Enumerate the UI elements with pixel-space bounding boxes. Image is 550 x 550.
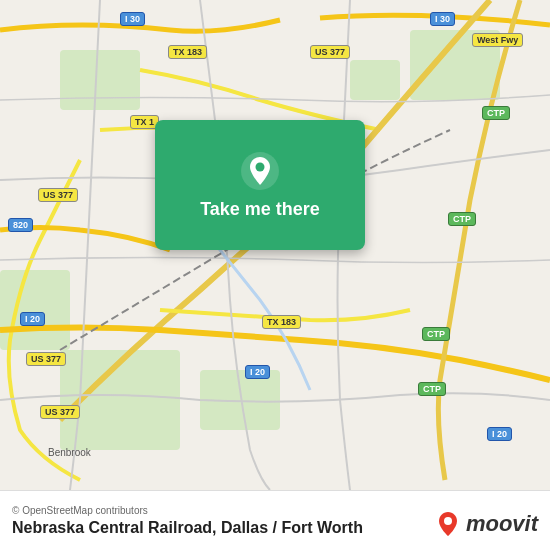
road-badge-us377-midleft: US 377 bbox=[38, 188, 78, 202]
road-badge-i20-bot: I 20 bbox=[245, 365, 270, 379]
svg-point-8 bbox=[444, 517, 452, 525]
svg-rect-5 bbox=[350, 60, 400, 100]
road-badge-i20-right: I 20 bbox=[487, 427, 512, 441]
moovit-pin-icon bbox=[434, 510, 462, 538]
road-badge-us377-top: US 377 bbox=[310, 45, 350, 59]
bottom-bar: © OpenStreetMap contributors Nebraska Ce… bbox=[0, 490, 550, 550]
road-badge-ctp-top: CTP bbox=[482, 106, 510, 120]
location-pin-icon bbox=[240, 151, 280, 191]
svg-point-7 bbox=[256, 162, 265, 171]
road-badge-westfwy: West Fwy bbox=[472, 33, 523, 47]
place-label-benbrook: Benbrook bbox=[48, 447, 91, 458]
road-badge-ctp-bot2: CTP bbox=[418, 382, 446, 396]
take-me-there-button[interactable]: Take me there bbox=[200, 199, 320, 220]
road-badge-us377-botleft: US 377 bbox=[26, 352, 66, 366]
road-badge-tx183-bot: TX 183 bbox=[262, 315, 301, 329]
road-badge-i30-topleft: I 30 bbox=[120, 12, 145, 26]
road-badge-us377-botleft2: US 377 bbox=[40, 405, 80, 419]
map-container: I 30 I 30 TX 183 US 377 TX 1 US 377 820 … bbox=[0, 0, 550, 490]
road-badge-tx183-top: TX 183 bbox=[168, 45, 207, 59]
road-badge-820: 820 bbox=[8, 218, 33, 232]
svg-rect-0 bbox=[60, 50, 140, 110]
road-badge-i30-topright: I 30 bbox=[430, 12, 455, 26]
action-card: Take me there bbox=[155, 120, 365, 250]
moovit-logo: moovit bbox=[434, 510, 538, 538]
road-badge-ctp-bot: CTP bbox=[422, 327, 450, 341]
moovit-text: moovit bbox=[466, 511, 538, 537]
road-badge-ctp-mid: CTP bbox=[448, 212, 476, 226]
road-badge-i20-left: I 20 bbox=[20, 312, 45, 326]
